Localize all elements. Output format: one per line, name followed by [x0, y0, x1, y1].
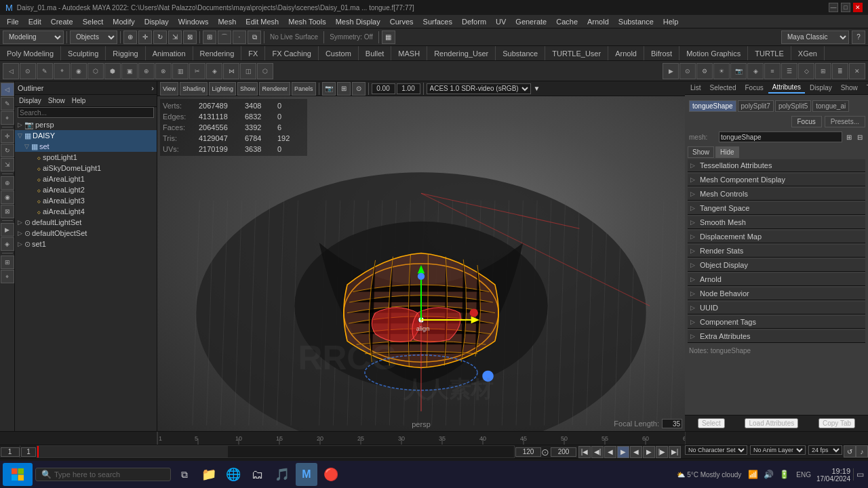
menu-curves[interactable]: Curves	[386, 17, 418, 26]
shelf-icon-merge[interactable]: ⊕	[138, 63, 155, 79]
shelf-icon-paint[interactable]: ✎	[37, 63, 53, 79]
tb-construction-btn[interactable]: ▦	[382, 30, 395, 44]
outliner-item-aiarealight1[interactable]: ⬦ aiAreaLight1	[15, 174, 157, 184]
shelf-tab-mash[interactable]: MASH	[391, 46, 427, 60]
menu-display[interactable]: Display	[140, 17, 173, 26]
taskbar-red-app[interactable]: 🔴	[320, 463, 342, 486]
mesh-filter-icon[interactable]: ⊟	[856, 134, 864, 141]
sym-btn[interactable]: ⊠	[1, 205, 14, 218]
shelf-icon-scene-graph[interactable]: ⊞	[815, 63, 831, 79]
shelf-tab-rigging[interactable]: Rigging	[106, 46, 145, 60]
node-tab-polysplit5[interactable]: polySplit5	[775, 100, 811, 112]
shelf-tab-modeling[interactable]: Poly Modeling	[0, 46, 61, 60]
shelf-icon-extrude[interactable]: ⬡	[87, 63, 104, 79]
focal-input[interactable]	[662, 419, 682, 428]
vp-lighting-btn[interactable]: Lighting	[209, 82, 236, 96]
shelf-tab-sculpting[interactable]: Sculpting	[61, 46, 106, 60]
objects-dropdown[interactable]: Objects	[70, 30, 117, 44]
menu-windows[interactable]: Windows	[174, 17, 213, 26]
menu-uv[interactable]: UV	[492, 17, 510, 26]
mode-dropdown[interactable]: Modeling	[3, 30, 64, 44]
menu-editmesh[interactable]: Edit Mesh	[241, 17, 283, 26]
menu-create[interactable]: Create	[47, 17, 77, 26]
tab-list[interactable]: List	[686, 83, 705, 93]
select-button[interactable]: Select	[698, 418, 725, 428]
shelf-tab-arnold[interactable]: Arnold	[608, 46, 644, 60]
outliner-item-aiarealight4[interactable]: ⬦ aiAreaLight4	[15, 206, 157, 217]
trans-end-btn[interactable]: ▶|	[669, 446, 681, 458]
tb-move-btn[interactable]: ✛	[138, 30, 152, 44]
shelf-icon-outliner[interactable]: ≣	[832, 63, 848, 79]
loop-btn[interactable]: ↺	[844, 445, 856, 458]
section-mesh-component-header[interactable]: ▷ Mesh Component Display	[688, 174, 865, 186]
shelf-tab-animation[interactable]: Animation	[146, 46, 193, 60]
menu-mesh[interactable]: Mesh	[214, 17, 240, 26]
section-extra-attributes-header[interactable]: ▷ Extra Attributes	[688, 330, 865, 342]
outliner-scroll-right[interactable]: ›	[151, 84, 154, 92]
scale-tool-btn[interactable]: ⇲	[1, 158, 14, 171]
node-tab-tongue-ai[interactable]: tongue_ai	[812, 100, 849, 112]
shelf-icon-connect[interactable]: ⋈	[223, 63, 239, 79]
shelf-icon-light[interactable]: ☀	[713, 63, 730, 79]
vp-display-btn[interactable]: ⊞	[337, 82, 351, 96]
shelf-tab-fx[interactable]: FX	[241, 46, 265, 60]
vp-colorspace-dropdown[interactable]: ACES 1.0 SDR-video (sRGB)	[427, 83, 531, 94]
tab-turtle[interactable]: TURTLE	[863, 83, 868, 93]
outliner-item-set1[interactable]: ▷ ⊙ set1	[15, 239, 157, 249]
range-expand-icon[interactable]: ⊙	[541, 447, 549, 458]
menu-generate[interactable]: Generate	[511, 17, 551, 26]
outliner-item-set[interactable]: ▽ ▦ set	[15, 141, 157, 152]
shelf-icon-multi-cut[interactable]: ✂	[189, 63, 205, 79]
section-component-tags-header[interactable]: ▷ Component Tags	[688, 316, 865, 328]
vp-show-btn[interactable]: Show	[237, 82, 258, 96]
trans-start-btn[interactable]: |◀	[578, 446, 591, 458]
shelf-tab-substance[interactable]: Substance	[496, 46, 545, 60]
outliner-item-aiarealight3[interactable]: ⬦ aiAreaLight3	[15, 195, 157, 206]
outliner-item-aiskydome[interactable]: ⬦ aiSkyDomeLight1	[15, 163, 157, 174]
vp-view-btn[interactable]: View	[160, 82, 178, 96]
vp-shading-btn[interactable]: Shading	[180, 82, 208, 96]
shelf-icon-close[interactable]: ✕	[849, 63, 865, 79]
vp-renderer-btn[interactable]: Renderer	[259, 82, 290, 96]
range-max-input[interactable]	[551, 447, 576, 457]
menu-deform[interactable]: Deform	[458, 17, 490, 26]
tray-volume-icon[interactable]: 🔊	[762, 468, 775, 481]
node-tab-polysplit7[interactable]: polySplit7	[738, 100, 774, 112]
tray-battery-icon[interactable]: 🔋	[778, 468, 791, 481]
shelf-icon-shader[interactable]: ◈	[747, 63, 764, 79]
char-set-dropdown[interactable]: No Character Set	[685, 445, 747, 455]
shelf-icon-target-weld[interactable]: ⊗	[155, 63, 172, 79]
node-tab-tongueshape[interactable]: tongueShape	[689, 100, 736, 112]
outliner-menu-help[interactable]: Help	[69, 97, 89, 104]
shelf-tab-rendering-user[interactable]: Rendering_User	[427, 46, 496, 60]
presets-button[interactable]: Presets...	[825, 116, 865, 127]
select-tool-btn[interactable]: ◁	[1, 83, 14, 96]
trans-play-reverse-btn[interactable]: ◀	[630, 446, 642, 458]
shelf-tab-bullet[interactable]: Bullet	[359, 46, 392, 60]
taskbar-maya[interactable]: M	[296, 463, 317, 486]
move-tool-btn[interactable]: ✛	[1, 129, 14, 143]
hide-button[interactable]: Hide	[715, 146, 739, 158]
vp-isolate-btn[interactable]: ⊙	[352, 82, 366, 96]
shelf-icon-settings[interactable]: ⚙	[696, 63, 713, 79]
section-tangent-space-header[interactable]: ▷ Tangent Space	[688, 202, 865, 214]
menu-file[interactable]: File	[3, 17, 23, 26]
show-button[interactable]: Show	[688, 146, 714, 158]
trans-play-btn[interactable]: ▶	[617, 446, 629, 458]
taskbar-files[interactable]: 🗂	[247, 463, 269, 486]
tb-universal-btn[interactable]: ⊠	[183, 30, 197, 44]
shelf-icon-camera[interactable]: 📷	[730, 63, 747, 79]
shelf-tab-bifrost[interactable]: Bifrost	[644, 46, 679, 60]
workspace-dropdown[interactable]: Maya Classic	[781, 30, 849, 44]
tb-help-btn[interactable]: ?	[852, 30, 865, 44]
tab-attributes[interactable]: Attributes	[768, 82, 805, 94]
shelf-tab-turtle[interactable]: TURTLE	[748, 46, 791, 60]
outliner-item-defaultobjectset[interactable]: ▷ ⊙ defaultObjectSet	[15, 228, 157, 239]
tab-display[interactable]: Display	[806, 83, 836, 93]
shelf-icon-attribute-editor[interactable]: ≡	[764, 63, 781, 79]
snap-btn[interactable]: ⊕	[1, 176, 14, 190]
viewport-panel[interactable]: View Shading Lighting Show Renderer Pane…	[157, 81, 685, 431]
start-button[interactable]	[3, 463, 33, 486]
vp-panels-btn[interactable]: Panels	[292, 82, 316, 96]
section-object-display-header[interactable]: ▷ Object Display	[688, 259, 865, 271]
